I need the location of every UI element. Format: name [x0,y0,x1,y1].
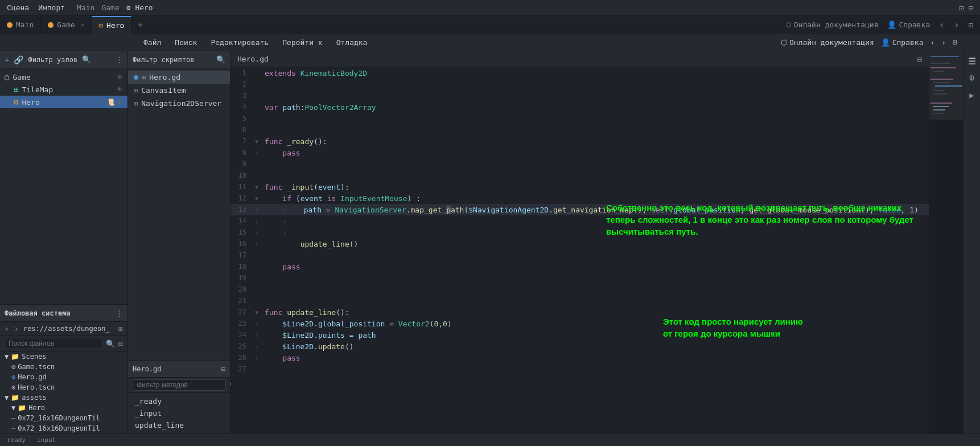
line-content-1: extends KinematicBody2D [262,69,929,77]
assets-folder-label: assets [22,394,46,402]
scene-dots[interactable]: ⋮ [116,55,123,64]
filesystem-layout-btn[interactable]: ⊞ [118,325,123,333]
hero-gd-dot [134,75,138,80]
filesystem-dots[interactable]: ⋮ [116,309,123,317]
code-editor[interactable]: 1 extends KinematicBody2D 2 3 [230,67,929,433]
line-content-25: $Line2D.update() [262,342,929,351]
filesystem-search-input[interactable] [5,338,102,349]
minimap [929,51,963,433]
line-content-24: $Line2D.points = path [262,331,929,339]
file-assets-folder[interactable]: ▼ 📁 assets [0,392,127,403]
nav-back-btn[interactable]: ‹ [5,324,9,333]
script-item-canvasitem[interactable]: ⊞ CanvasItem [128,84,230,97]
tilemap-visibility-icon[interactable]: 👁 [117,86,123,93]
file-dungeon-til-1[interactable]: — 0x72_16x16DungeonTil [0,413,127,423]
hero-edit-icon[interactable]: ✏ [101,99,105,106]
expand-icon-top[interactable]: ⊡ [959,3,963,13]
line-arrow-16: › [251,241,262,247]
fullscreen-btn[interactable]: ⊡ [953,38,957,47]
link-node-btn[interactable]: 🔗 [14,55,23,64]
tilemap-node-icon: ⊞ [14,85,18,94]
search-scene-icon[interactable]: 🔍 [82,55,91,64]
methods-list: _ready _input update_line [128,393,230,433]
code-line-21: 21 [230,295,929,306]
tab-hero[interactable]: ⚙ Hero [92,16,131,34]
import-tab[interactable]: Импорт [38,3,65,12]
main-tab-top[interactable]: Main [77,3,94,12]
nav-left-btn[interactable]: ‹ [939,19,945,30]
code-line-19: 19 [230,272,929,284]
code-line-23: 23 › $Line2D.global_position = Vector2(0… [230,318,929,329]
nav-next[interactable]: › [941,38,946,47]
methods-filter-input[interactable] [133,379,226,391]
hero-script-icon[interactable]: 📜 [107,99,115,106]
add-node-btn[interactable]: + [5,55,9,64]
hero-visibility-icon[interactable]: 👁 [117,99,123,106]
sidebar-filter-btn[interactable]: Ф [965,71,979,85]
nav-forward-btn[interactable]: › [14,324,18,333]
sidebar-arrow-btn[interactable]: ▶ [965,88,979,103]
help-menu[interactable]: 👤 Справка [881,38,924,47]
file-game-tscn[interactable]: ⚙ Game.tscn [0,362,127,372]
scenes-folder-label: Scenes [22,353,46,361]
hero-tab-top[interactable]: ⚙ Hero [126,3,153,12]
filesystem-filter-icon[interactable]: ⊟ [118,339,123,348]
method-update-line[interactable]: update_line [128,419,230,431]
scene-item-tilemap[interactable]: ⊞ TileMap 👁 [0,83,127,96]
menu-debug[interactable]: Отладка [330,34,374,51]
game-tab-top[interactable]: Game [101,3,119,12]
menu-file[interactable]: Файл [137,34,168,51]
tab-game-close[interactable]: ✕ [81,21,85,28]
scene-item-hero[interactable]: ⚙ Hero ✏ 📜 👁 [0,96,127,108]
line-arrow-26: › [251,355,262,361]
script-item-nav2dserver[interactable]: ⊞ Navigation2DServer [128,97,230,110]
menu-edit[interactable]: Редактировать [204,34,275,51]
tab-add-btn[interactable]: + [131,19,149,30]
script-search-icon[interactable]: 🔍 [216,55,225,64]
filter-input-scene[interactable]: Фильтр узлов [28,56,77,64]
expand-btn[interactable]: ⊡ [969,21,973,30]
file-hero-subfolder[interactable]: ▼ 📁 Hero [0,403,127,413]
line-arrow-12: ▼ [251,195,262,202]
scene-tab[interactable]: Сцена [7,3,29,12]
scenes-folder-icon: 📁 [11,353,19,361]
method-ready[interactable]: _ready [128,395,230,407]
filesystem-search-icon[interactable]: 🔍 [106,339,115,348]
code-line-18: 18 pass [230,261,929,272]
methods-sort-icon[interactable]: ⊟ [221,365,225,373]
menu-search[interactable]: Поиск [168,34,204,51]
tab-main[interactable]: Main [0,16,41,34]
script-item-hero-gd[interactable]: ⊞ Hero.gd [128,71,230,84]
collapse-icon-top[interactable]: ⊟ [969,3,973,13]
hero-tscn-icon: ⚙ [11,383,15,391]
line-content-11: func _input(event): [262,183,929,191]
code-line-15: 15 › › [230,227,929,238]
tab-game[interactable]: Game ✕ [41,16,92,34]
hero-gd-script-icon: ⊞ [142,73,146,81]
code-line-20: 20 [230,284,929,295]
menu-goto[interactable]: Перейти к [275,34,329,51]
nav-prev[interactable]: ‹ [930,38,935,47]
sidebar-inspector-btn[interactable]: ☰ [965,54,979,68]
file-dungeon-til-2[interactable]: — 0x72_16x16DungeonTil [0,423,127,433]
line-num-17: 17 [230,251,251,259]
online-docs-link[interactable]: ⬡ Онлайн документация [786,21,879,29]
online-docs-menu[interactable]: ⬡ Онлайн документация [781,38,874,47]
line-content-4: var path:PoolVector2Array [262,103,929,112]
code-line-11: 11 ▼ func _input(event): [230,181,929,193]
method-input[interactable]: _input [128,407,230,419]
tabs-right: ⬡ Онлайн документация 👤 Справка ‹ › ⊡ [779,19,980,30]
file-hero-gd[interactable]: ⚙ Hero.gd [0,372,127,382]
file-hero-tscn[interactable]: ⚙ Hero.tscn [0,382,127,392]
line-num-11: 11 [230,183,251,191]
hero-folder-expand: ▼ [11,404,15,412]
main-layout: + 🔗 Фильтр узлов 🔍 ⋮ ○ Game 👁 ⊞ TileMap … [0,51,980,433]
code-format-icon[interactable]: ⊟ [917,55,922,64]
line-content-16: update_line() [262,240,929,248]
file-scenes-folder[interactable]: ▼ 📁 Scenes [0,351,127,362]
game-visibility-icon[interactable]: 👁 [117,73,123,81]
nav-right-btn[interactable]: › [954,19,960,30]
help-link[interactable]: 👤 Справка [887,21,930,29]
file-system: Файловая система ⋮ ‹ › res://assets/dung… [0,304,127,433]
scene-item-game[interactable]: ○ Game 👁 [0,71,127,83]
